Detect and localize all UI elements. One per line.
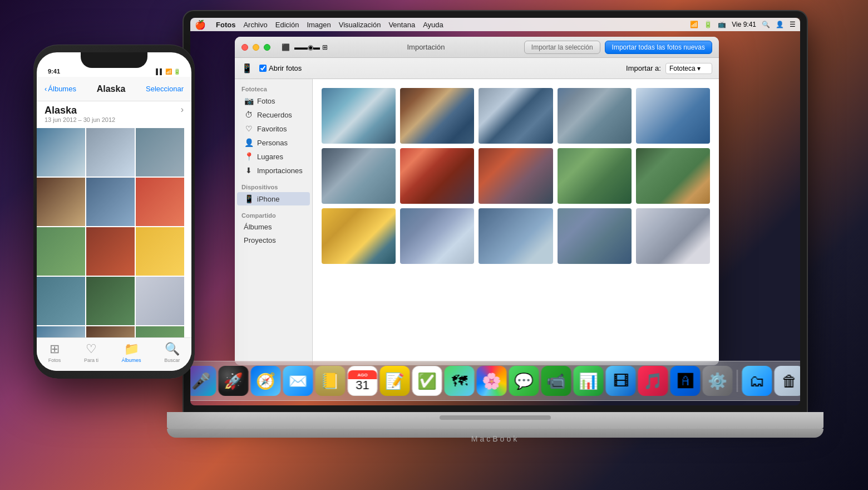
tab-buscar-icon: 🔍 [165,342,180,356]
dock-calendar[interactable]: AGO 31 [348,366,378,396]
sidebar-item-iphone[interactable]: 📱 iPhone [237,192,310,205]
photo-thumb-4[interactable] [558,88,632,144]
dock-appstore[interactable]: 🅰 [670,366,701,396]
iphone-photo-15[interactable] [136,326,184,337]
phone-device-icon: 📱 [241,63,253,74]
dock-photos[interactable]: 🌸 [477,366,507,396]
menubar-app-name[interactable]: Fotos [216,21,235,29]
photo-thumb-12[interactable] [400,208,474,264]
iphone-photo-grid[interactable] [37,128,191,337]
dock-launchpad[interactable]: 🚀 [219,366,249,396]
screen-content: 🍎 Fotos Archivo Edición Imagen Visualiza… [190,18,800,405]
search-icon[interactable]: 🔍 [762,21,770,28]
photo-thumb-13[interactable] [479,208,553,264]
photo-thumb-1[interactable] [322,88,396,144]
sidebar-item-proyectos[interactable]: Proyectos [237,234,310,247]
menubar-imagen[interactable]: Imagen [307,21,331,29]
dock-mail[interactable]: ✉️ [283,366,313,396]
photos-window: ⬛ ▬▬◉▬ ⊞ Importación Importar la selecci… [235,37,719,365]
dock-safari[interactable]: 🧭 [251,366,281,396]
iphone-tab-buscar[interactable]: 🔍 Buscar [164,342,180,363]
import-target: Importar a: Fototeca ▾ [626,63,712,74]
dock-files[interactable]: 🗂 [742,366,772,396]
photo-thumb-6[interactable] [322,148,396,204]
import-target-select[interactable]: Fototeca ▾ [665,63,712,74]
iphone-photo-2[interactable] [86,128,135,177]
minimize-button[interactable] [253,44,259,51]
iphone-photo-9[interactable] [136,227,184,276]
photo-thumb-10[interactable] [636,148,710,204]
dock-contacts[interactable]: 📒 [315,366,346,396]
dock-notes[interactable]: 📝 [380,366,410,396]
sidebar-item-importaciones[interactable]: ⬇ Importaciones [237,164,310,177]
list-icon[interactable]: ☰ [790,21,796,28]
dock-itunes[interactable]: 🎵 [638,366,668,396]
photo-thumb-3[interactable] [479,88,553,144]
dock-keynote[interactable]: 🎞 [606,366,636,396]
sidebar-item-fotos[interactable]: 📷 Fotos [237,94,310,107]
iphone-photo-12[interactable] [136,277,184,325]
iphone-photo-8[interactable] [86,227,135,276]
sidebar-item-albumes[interactable]: Álbumes [237,220,310,233]
photo-thumb-2[interactable] [400,88,474,144]
photo-grid-area[interactable] [313,79,719,365]
iphone-album-date: 13 jun 2012 – 30 jun 2012 [45,116,184,123]
iphone-tab-fotos[interactable]: ⊞ Fotos [48,342,61,363]
iphone-sidebar-icon: 📱 [244,194,254,203]
menubar-ayuda[interactable]: Ayuda [423,21,443,29]
iphone-photo-4[interactable] [37,178,85,226]
dock-facetime[interactable]: 📹 [541,366,571,396]
open-photos-checkbox[interactable] [259,65,267,72]
open-photos-label[interactable]: Abrir fotos [259,64,302,72]
photo-thumb-9[interactable] [558,148,632,204]
iphone-select-button[interactable]: Seleccionar [146,85,184,93]
menubar-edicion[interactable]: Edición [275,21,299,29]
photo-thumb-5[interactable] [636,88,710,144]
menubar-ventana[interactable]: Ventana [388,21,415,29]
iphone-tab-parati[interactable]: ♡ Para ti [84,342,98,363]
macbook: 🍎 Fotos Archivo Edición Imagen Visualiza… [167,11,823,479]
iphone-arrow-icon: › [181,105,184,115]
iphone-nav-bar: ‹ Álbumes Alaska Seleccionar [37,77,191,101]
maximize-button[interactable] [264,44,270,51]
toolbar-slider[interactable]: ▬▬◉▬ [294,43,320,51]
dock: 🎤 🚀 🧭 ✉️ 📒 AGO 31 📝 ✅ 🗺 🌸 💬 📹 📊 🎞 🎵 🅰 [190,361,800,401]
sidebar-item-recuerdos[interactable]: ⏱ Recuerdos [237,108,310,121]
sidebar-item-lugares[interactable]: 📍 Lugares [237,150,310,163]
iphone-photo-14[interactable] [86,326,135,337]
iphone-status-icons: ▌▌ 📶 🔋 [156,68,180,75]
dock-settings[interactable]: ⚙️ [703,366,733,396]
sidebar-item-personas[interactable]: 👤 Personas [237,136,310,149]
iphone-photo-5[interactable] [86,178,135,226]
dock-maps[interactable]: 🗺 [445,366,475,396]
photo-thumb-8[interactable] [479,148,553,204]
dock-reminders[interactable]: ✅ [412,366,442,396]
dock-numbers[interactable]: 📊 [574,366,604,396]
toolbar-segment: ⬛ ▬▬◉▬ ⊞ [282,43,328,51]
iphone-photo-13[interactable] [37,326,85,337]
photo-thumb-7[interactable] [400,148,474,204]
apple-menu-icon[interactable]: 🍎 [195,19,206,30]
close-button[interactable] [241,44,248,51]
iphone-tab-albumes[interactable]: 📁 Álbumes [122,342,141,363]
iphone-photo-3[interactable] [136,128,184,177]
sidebar-item-favoritos[interactable]: ♡ Favoritos [237,122,310,135]
dock-messages[interactable]: 💬 [509,366,539,396]
iphone-photo-6[interactable] [136,178,184,226]
dock-trash[interactable]: 🗑 [775,366,801,396]
import-selection-button[interactable]: Importar la selección [524,41,600,54]
import-all-button[interactable]: Importar todas las fotos nuevas [605,41,712,54]
iphone-photo-7[interactable] [37,227,85,276]
menubar-visualizacion[interactable]: Visualización [339,21,381,29]
photo-thumb-11[interactable] [322,208,396,264]
photo-thumb-14[interactable] [558,208,632,264]
iphone-photo-1[interactable] [37,128,85,177]
iphone-photo-10[interactable] [37,277,85,325]
places-icon: 📍 [244,152,254,161]
photo-thumb-15[interactable] [636,208,710,264]
iphone-photo-11[interactable] [86,277,135,325]
user-icon[interactable]: 👤 [776,21,784,28]
iphone-album-title: Alaska [45,105,184,116]
iphone-back-button[interactable]: ‹ Álbumes [45,85,76,93]
menubar-archivo[interactable]: Archivo [243,21,267,29]
